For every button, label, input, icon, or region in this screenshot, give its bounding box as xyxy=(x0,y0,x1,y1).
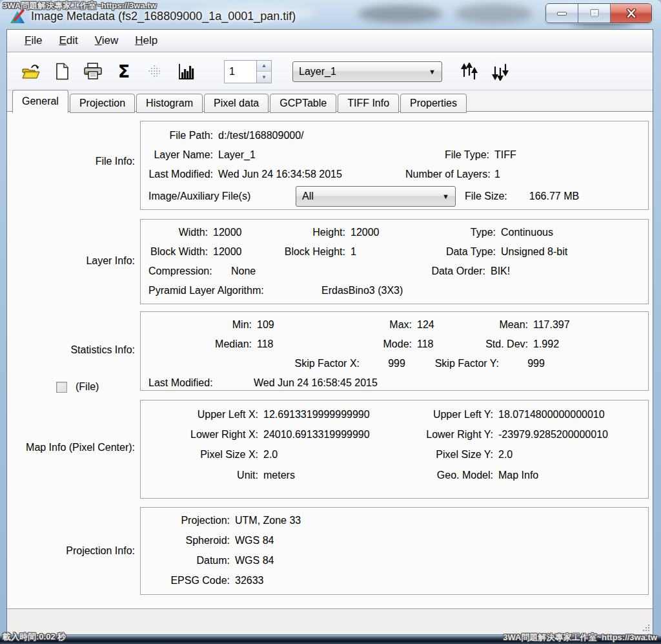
minimize-button[interactable] xyxy=(546,4,578,23)
tab-histogram[interactable]: Histogram xyxy=(136,94,203,113)
pyramid-down-button[interactable] xyxy=(490,61,512,83)
spin-down-button[interactable]: ▼ xyxy=(257,72,271,83)
height-value: 12000 xyxy=(345,227,441,238)
datum-value: WGS 84 xyxy=(230,555,274,566)
maximize-button[interactable] xyxy=(578,4,611,23)
pixel-size-y-value: 2.0 xyxy=(493,449,513,461)
tab-gcptable[interactable]: GCPTable xyxy=(270,94,336,113)
projection-value: UTM, Zone 33 xyxy=(230,515,301,526)
min-value: 109 xyxy=(252,319,354,331)
menu-edit[interactable]: Edit xyxy=(50,32,86,50)
aux-files-value: All xyxy=(302,191,314,202)
new-file-button[interactable] xyxy=(51,61,73,83)
data-order-label: Data Order: xyxy=(431,265,485,277)
epsg-code-value: 32633 xyxy=(230,575,264,587)
layer-info-groupbox: Width: 12000 Height: 12000 Type: Continu… xyxy=(140,219,649,304)
stats-last-modified-value: Wed Jun 24 16:58:45 2015 xyxy=(249,377,378,389)
pixel-size-x-value: 2.0 xyxy=(258,449,422,461)
file-last-modified-label: Last Modified: xyxy=(148,169,213,180)
compute-statistics-button[interactable]: Σ xyxy=(113,61,135,83)
skip-factor-x-label: Skip Factor X: xyxy=(148,358,360,369)
pyramid-up-button[interactable] xyxy=(459,61,481,83)
window-title: Image Metadata (fs2_168809000_1a_0001_pa… xyxy=(31,10,296,23)
upper-left-y-value: 18.0714800000000010 xyxy=(493,409,605,421)
max-label: Max: xyxy=(354,319,412,331)
number-of-layers-label: Number of Layers: xyxy=(405,169,489,180)
pyramid-algorithm-value: ErdasBino3 (3X3) xyxy=(316,285,403,296)
chevron-down-icon: ▼ xyxy=(442,192,449,200)
file-type-label: File Type: xyxy=(405,149,489,161)
upper-left-y-label: Upper Left Y: xyxy=(422,409,493,421)
lower-right-x-label: Lower Right X: xyxy=(148,429,258,441)
statistics-file-checkbox-label: (File) xyxy=(76,381,99,393)
spin-up-button[interactable]: ▲ xyxy=(257,61,271,72)
resize-grip[interactable] xyxy=(642,623,651,632)
window-controls xyxy=(545,3,652,23)
print-icon xyxy=(83,63,103,80)
median-value: 118 xyxy=(252,338,354,350)
statistics-info-side-label: Statistics Info: xyxy=(12,344,135,356)
mean-value: 117.397 xyxy=(528,319,570,331)
open-file-button[interactable] xyxy=(20,61,42,83)
block-width-value: 12000 xyxy=(208,246,281,258)
statistics-info-groupbox: Min: 109 Max: 124 Mean: 117.397 Median: … xyxy=(140,311,649,391)
pyramid-layers-button[interactable] xyxy=(144,61,166,83)
sigma-stats-icon: Σ xyxy=(118,63,130,80)
epsg-code-label: EPSG Code: xyxy=(148,575,230,587)
number-of-layers-value: 1 xyxy=(489,169,500,180)
spin-down-icon: ▼ xyxy=(261,74,267,80)
spin-up-icon: ▲ xyxy=(261,63,267,68)
block-height-value: 1 xyxy=(345,246,441,258)
skip-factor-y-label: Skip Factor Y: xyxy=(434,358,499,369)
width-label: Width: xyxy=(148,227,208,238)
open-file-icon xyxy=(21,63,41,80)
tab-tiff-info[interactable]: TIFF Info xyxy=(338,94,399,113)
histogram-button[interactable] xyxy=(175,61,197,83)
layer-select-dropdown[interactable]: Layer_1 ▼ xyxy=(292,61,442,82)
geo-model-value: Map Info xyxy=(493,470,538,481)
datum-label: Datum: xyxy=(148,555,230,566)
mode-label: Mode: xyxy=(354,338,412,350)
pyramid-up-icon xyxy=(461,63,479,81)
layer-name-value: Layer_1 xyxy=(213,149,405,161)
layer-number-input[interactable]: 1 xyxy=(225,61,256,83)
close-icon xyxy=(625,8,637,18)
histogram-icon xyxy=(177,63,195,81)
statistics-file-checkbox[interactable] xyxy=(56,382,67,393)
aux-files-dropdown[interactable]: All ▼ xyxy=(296,186,456,207)
width-value: 12000 xyxy=(208,227,281,238)
median-label: Median: xyxy=(148,338,252,350)
menu-file[interactable]: File xyxy=(16,32,50,50)
file-size-value: 166.77 MB xyxy=(524,191,579,202)
menu-help[interactable]: Help xyxy=(127,32,166,50)
upper-left-x-value: 12.6913319999999990 xyxy=(258,409,422,421)
spheroid-label: Spheroid: xyxy=(148,535,230,546)
tab-properties[interactable]: Properties xyxy=(400,94,467,113)
tab-pixel-data[interactable]: Pixel data xyxy=(204,94,269,113)
file-last-modified-value: Wed Jun 24 16:34:58 2015 xyxy=(213,169,405,180)
print-button[interactable] xyxy=(82,61,104,83)
close-button[interactable] xyxy=(611,4,651,23)
skip-factor-x-value: 999 xyxy=(360,358,434,369)
tab-projection[interactable]: Projection xyxy=(70,94,135,113)
general-tab-panel: File Info: Layer Info: Statistics Info: … xyxy=(7,111,653,609)
data-type-label: Data Type: xyxy=(441,246,496,258)
layer-select-value: Layer_1 xyxy=(299,66,336,78)
pyramid-down-icon xyxy=(492,63,510,81)
menu-view[interactable]: View xyxy=(86,32,127,50)
map-info-side-label: Map Info (Pixel Center): xyxy=(12,442,135,453)
file-info-groupbox: File Path: d:/test/168809000/ Layer Name… xyxy=(140,121,649,210)
watermark-top-left: 3WA問題解決專家工作室~https://3wa.tw xyxy=(3,0,157,12)
tab-general[interactable]: General xyxy=(12,90,68,113)
block-width-label: Block Width: xyxy=(148,246,208,258)
tab-strip: General Projection Histogram Pixel data … xyxy=(7,90,653,113)
data-order-value: BIK! xyxy=(485,265,510,277)
menu-bar: File Edit View Help xyxy=(7,30,653,52)
layer-info-side-label: Layer Info: xyxy=(12,255,135,267)
pixel-size-x-label: Pixel Size X: xyxy=(148,449,258,461)
chevron-down-icon: ▼ xyxy=(429,68,436,76)
block-height-label: Block Height: xyxy=(281,246,345,258)
projection-label: Projection: xyxy=(148,515,230,526)
watermark-bottom-left: 載入時間:0.02 秒 xyxy=(3,631,66,643)
statistics-file-checkbox-row: (File) xyxy=(56,381,99,393)
